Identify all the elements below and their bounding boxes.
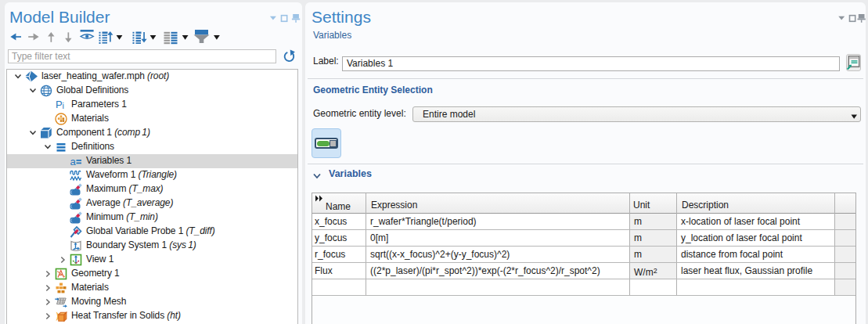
- svg-text:P: P: [56, 99, 63, 110]
- svg-text:a: a: [70, 156, 77, 167]
- svg-text:i: i: [63, 101, 64, 110]
